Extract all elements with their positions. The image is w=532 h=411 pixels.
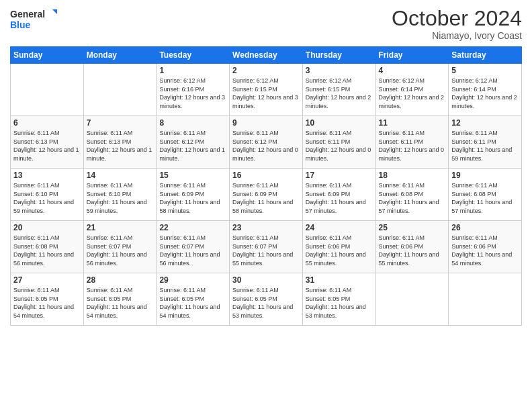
- location: Niamayo, Ivory Coast: [392, 30, 522, 41]
- calendar-cell: [375, 273, 449, 326]
- svg-marker-2: [52, 9, 57, 14]
- day-info: Sunrise: 6:11 AMSunset: 6:07 PMDaylight:…: [159, 234, 226, 267]
- day-info: Sunrise: 6:11 AMSunset: 6:05 PMDaylight:…: [306, 286, 373, 320]
- calendar-cell: 21Sunrise: 6:11 AMSunset: 6:07 PMDayligh…: [83, 221, 157, 273]
- calendar-cell: 13Sunrise: 6:11 AMSunset: 6:10 PMDayligh…: [11, 169, 84, 221]
- day-number: 22: [159, 223, 226, 232]
- calendar-cell: [83, 64, 157, 116]
- day-number: 30: [232, 275, 300, 285]
- day-info: Sunrise: 6:11 AMSunset: 6:11 PMDaylight:…: [379, 129, 446, 163]
- day-info: Sunrise: 6:11 AMSunset: 6:12 PMDaylight:…: [232, 129, 300, 163]
- day-number: 10: [306, 118, 373, 128]
- header: General Blue October 2024 Niamayo, Ivory…: [10, 7, 522, 41]
- day-info: Sunrise: 6:12 AMSunset: 6:15 PMDaylight:…: [232, 77, 300, 110]
- calendar-cell: 4Sunrise: 6:12 AMSunset: 6:14 PMDaylight…: [375, 64, 449, 116]
- day-info: Sunrise: 6:12 AMSunset: 6:16 PMDaylight:…: [159, 77, 226, 110]
- day-info: Sunrise: 6:11 AMSunset: 6:07 PMDaylight:…: [232, 234, 300, 267]
- calendar-cell: 31Sunrise: 6:11 AMSunset: 6:05 PMDayligh…: [302, 273, 375, 326]
- day-number: 18: [379, 171, 446, 180]
- day-info: Sunrise: 6:11 AMSunset: 6:13 PMDaylight:…: [87, 129, 154, 163]
- day-number: 17: [306, 171, 373, 180]
- day-number: 9: [232, 118, 300, 128]
- calendar-cell: 19Sunrise: 6:11 AMSunset: 6:08 PMDayligh…: [449, 169, 522, 221]
- day-number: 3: [306, 66, 373, 75]
- calendar-cell: 22Sunrise: 6:11 AMSunset: 6:07 PMDayligh…: [157, 221, 230, 273]
- col-sunday: Sunday: [11, 47, 84, 64]
- day-info: Sunrise: 6:11 AMSunset: 6:13 PMDaylight:…: [13, 129, 81, 163]
- calendar-week-5: 27Sunrise: 6:11 AMSunset: 6:05 PMDayligh…: [11, 273, 522, 326]
- calendar-cell: 5Sunrise: 6:12 AMSunset: 6:14 PMDaylight…: [449, 64, 522, 116]
- logo: General Blue: [10, 7, 57, 32]
- day-info: Sunrise: 6:11 AMSunset: 6:05 PMDaylight:…: [232, 286, 300, 320]
- day-number: 14: [87, 171, 154, 180]
- calendar-cell: 18Sunrise: 6:11 AMSunset: 6:08 PMDayligh…: [375, 169, 449, 221]
- day-info: Sunrise: 6:11 AMSunset: 6:07 PMDaylight:…: [87, 234, 154, 267]
- day-info: Sunrise: 6:11 AMSunset: 6:11 PMDaylight:…: [306, 129, 373, 163]
- calendar-week-1: 1Sunrise: 6:12 AMSunset: 6:16 PMDaylight…: [11, 64, 522, 116]
- calendar-week-2: 6Sunrise: 6:11 AMSunset: 6:13 PMDaylight…: [11, 116, 522, 169]
- calendar-cell: 17Sunrise: 6:11 AMSunset: 6:09 PMDayligh…: [302, 169, 375, 221]
- calendar-cell: 16Sunrise: 6:11 AMSunset: 6:09 PMDayligh…: [230, 169, 303, 221]
- day-number: 8: [159, 118, 226, 128]
- day-info: Sunrise: 6:11 AMSunset: 6:05 PMDaylight:…: [13, 286, 81, 320]
- day-info: Sunrise: 6:11 AMSunset: 6:09 PMDaylight:…: [306, 181, 373, 215]
- calendar-header-row: Sunday Monday Tuesday Wednesday Thursday…: [11, 47, 522, 64]
- day-number: 2: [232, 66, 300, 75]
- day-info: Sunrise: 6:11 AMSunset: 6:08 PMDaylight:…: [379, 181, 446, 215]
- calendar-cell: [11, 64, 84, 116]
- day-info: Sunrise: 6:11 AMSunset: 6:06 PMDaylight:…: [306, 234, 373, 267]
- day-info: Sunrise: 6:11 AMSunset: 6:05 PMDaylight:…: [87, 286, 154, 320]
- col-thursday: Thursday: [302, 47, 375, 64]
- calendar-cell: 15Sunrise: 6:11 AMSunset: 6:09 PMDayligh…: [157, 169, 230, 221]
- calendar-cell: 6Sunrise: 6:11 AMSunset: 6:13 PMDaylight…: [11, 116, 84, 169]
- calendar-cell: 2Sunrise: 6:12 AMSunset: 6:15 PMDaylight…: [230, 64, 303, 116]
- calendar-cell: [449, 273, 522, 326]
- calendar-cell: 3Sunrise: 6:12 AMSunset: 6:15 PMDaylight…: [302, 64, 375, 116]
- day-number: 12: [451, 118, 519, 128]
- day-number: 15: [159, 171, 226, 180]
- day-number: 24: [306, 223, 373, 232]
- day-number: 23: [232, 223, 300, 232]
- day-number: 6: [13, 118, 81, 128]
- day-number: 28: [87, 275, 154, 285]
- day-number: 25: [379, 223, 446, 232]
- calendar-cell: 20Sunrise: 6:11 AMSunset: 6:08 PMDayligh…: [11, 221, 84, 273]
- day-number: 29: [159, 275, 226, 285]
- col-saturday: Saturday: [449, 47, 522, 64]
- calendar-cell: 14Sunrise: 6:11 AMSunset: 6:10 PMDayligh…: [83, 169, 157, 221]
- day-info: Sunrise: 6:11 AMSunset: 6:10 PMDaylight:…: [87, 181, 154, 215]
- svg-text:General: General: [10, 9, 45, 19]
- day-number: 13: [13, 171, 81, 180]
- day-number: 26: [451, 223, 519, 232]
- day-info: Sunrise: 6:11 AMSunset: 6:08 PMDaylight:…: [13, 234, 81, 267]
- calendar-cell: 8Sunrise: 6:11 AMSunset: 6:12 PMDaylight…: [157, 116, 230, 169]
- month-title: October 2024: [392, 7, 522, 30]
- calendar-week-3: 13Sunrise: 6:11 AMSunset: 6:10 PMDayligh…: [11, 169, 522, 221]
- day-info: Sunrise: 6:11 AMSunset: 6:12 PMDaylight:…: [159, 129, 226, 163]
- calendar-cell: 12Sunrise: 6:11 AMSunset: 6:11 PMDayligh…: [449, 116, 522, 169]
- page: General Blue October 2024 Niamayo, Ivory…: [0, 0, 532, 411]
- calendar-cell: 24Sunrise: 6:11 AMSunset: 6:06 PMDayligh…: [302, 221, 375, 273]
- calendar-cell: 27Sunrise: 6:11 AMSunset: 6:05 PMDayligh…: [11, 273, 84, 326]
- day-info: Sunrise: 6:11 AMSunset: 6:10 PMDaylight:…: [13, 181, 81, 215]
- calendar-cell: 23Sunrise: 6:11 AMSunset: 6:07 PMDayligh…: [230, 221, 303, 273]
- day-info: Sunrise: 6:11 AMSunset: 6:11 PMDaylight:…: [451, 129, 519, 163]
- day-info: Sunrise: 6:11 AMSunset: 6:09 PMDaylight:…: [232, 181, 300, 215]
- day-number: 21: [87, 223, 154, 232]
- day-number: 19: [451, 171, 519, 180]
- col-tuesday: Tuesday: [157, 47, 230, 64]
- col-friday: Friday: [375, 47, 449, 64]
- day-number: 16: [232, 171, 300, 180]
- calendar-cell: 7Sunrise: 6:11 AMSunset: 6:13 PMDaylight…: [83, 116, 157, 169]
- day-info: Sunrise: 6:11 AMSunset: 6:09 PMDaylight:…: [159, 181, 226, 215]
- day-number: 5: [451, 66, 519, 75]
- day-info: Sunrise: 6:12 AMSunset: 6:14 PMDaylight:…: [379, 77, 446, 110]
- calendar-cell: 10Sunrise: 6:11 AMSunset: 6:11 PMDayligh…: [302, 116, 375, 169]
- calendar-cell: 29Sunrise: 6:11 AMSunset: 6:05 PMDayligh…: [157, 273, 230, 326]
- day-info: Sunrise: 6:11 AMSunset: 6:06 PMDaylight:…: [451, 234, 519, 267]
- calendar-cell: 25Sunrise: 6:11 AMSunset: 6:06 PMDayligh…: [375, 221, 449, 273]
- col-wednesday: Wednesday: [230, 47, 303, 64]
- day-info: Sunrise: 6:12 AMSunset: 6:14 PMDaylight:…: [451, 77, 519, 110]
- day-number: 1: [159, 66, 226, 75]
- calendar-week-4: 20Sunrise: 6:11 AMSunset: 6:08 PMDayligh…: [11, 221, 522, 273]
